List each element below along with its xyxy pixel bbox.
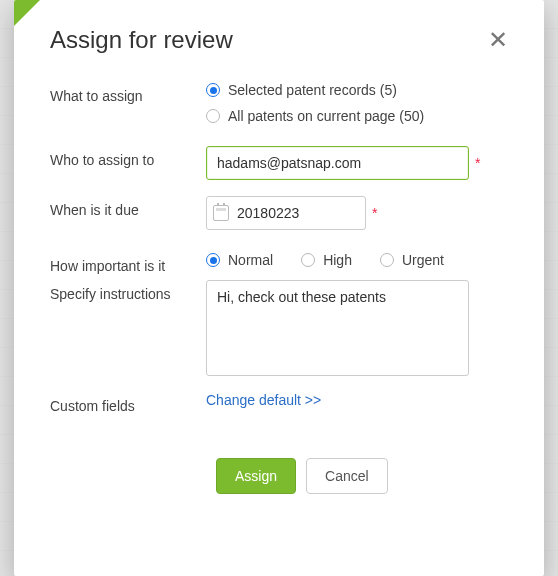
row-instructions: Specify instructions (50, 280, 512, 376)
modal-title: Assign for review (50, 26, 233, 54)
instructions-textarea[interactable] (206, 280, 469, 376)
who-label: Who to assign to (50, 146, 206, 168)
row-what-to-assign: What to assign Selected patent records (… (50, 82, 512, 124)
required-marker: * (372, 205, 377, 221)
custom-fields-label: Custom fields (50, 392, 206, 414)
required-marker: * (475, 155, 480, 171)
row-custom-fields: Custom fields Change default >> (50, 392, 512, 414)
what-label: What to assign (50, 82, 206, 104)
row-importance: How important is it Normal High Urgent (50, 252, 512, 274)
assign-review-modal: Assign for review ✕ What to assign Selec… (14, 0, 544, 576)
radio-icon (206, 109, 220, 123)
row-due: When is it due * (50, 196, 512, 230)
radio-selected-records[interactable]: Selected patent records (5) (206, 82, 512, 98)
modal-header: Assign for review ✕ (40, 26, 512, 54)
change-default-link[interactable]: Change default >> (206, 392, 321, 408)
radio-urgent[interactable]: Urgent (380, 252, 444, 268)
calendar-icon (213, 205, 229, 221)
radio-label-normal: Normal (228, 252, 273, 268)
cancel-button[interactable]: Cancel (306, 458, 388, 494)
importance-label: How important is it (50, 252, 206, 274)
instructions-label: Specify instructions (50, 280, 206, 302)
corner-accent (14, 0, 40, 26)
assign-button[interactable]: Assign (216, 458, 296, 494)
radio-all-page[interactable]: All patents on current page (50) (206, 108, 512, 124)
radio-label-all: All patents on current page (50) (228, 108, 424, 124)
assign-form: What to assign Selected patent records (… (40, 82, 512, 494)
radio-high[interactable]: High (301, 252, 352, 268)
due-label: When is it due (50, 196, 206, 218)
radio-label-high: High (323, 252, 352, 268)
radio-label-urgent: Urgent (402, 252, 444, 268)
assignee-input[interactable] (206, 146, 469, 180)
radio-icon (301, 253, 315, 267)
radio-normal[interactable]: Normal (206, 252, 273, 268)
radio-icon (206, 253, 220, 267)
modal-actions: Assign Cancel (50, 458, 512, 494)
due-date-input[interactable] (237, 205, 357, 221)
due-date-field[interactable] (206, 196, 366, 230)
radio-icon (380, 253, 394, 267)
close-icon[interactable]: ✕ (484, 26, 512, 54)
row-who: Who to assign to * (50, 146, 512, 180)
radio-icon (206, 83, 220, 97)
radio-label-selected: Selected patent records (5) (228, 82, 397, 98)
